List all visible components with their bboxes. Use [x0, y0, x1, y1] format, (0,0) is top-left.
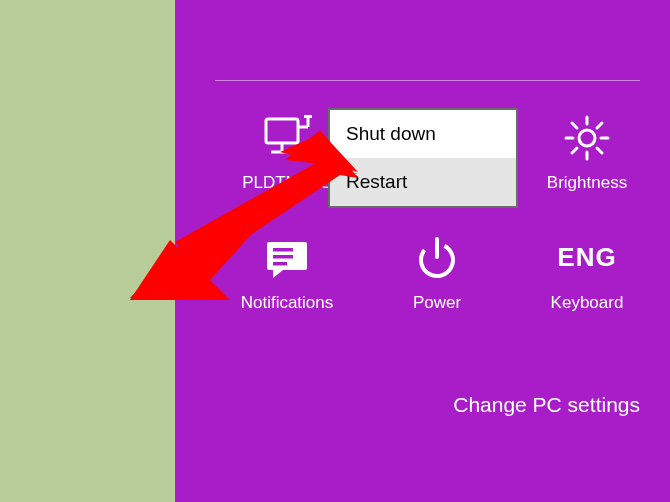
settings-tiles-row-2: Notifications Power ENG Keyboard — [227, 230, 647, 313]
svg-line-11 — [572, 123, 577, 128]
svg-line-12 — [597, 148, 602, 153]
svg-line-13 — [572, 148, 577, 153]
brightness-icon — [562, 110, 612, 165]
svg-rect-16 — [273, 248, 293, 252]
network-label: PLDTMyDS — [242, 173, 332, 193]
notifications-tile[interactable]: Notifications — [227, 230, 347, 313]
restart-menu-item[interactable]: Restart — [330, 158, 516, 206]
svg-point-6 — [579, 130, 595, 146]
svg-marker-19 — [273, 270, 283, 278]
notifications-label: Notifications — [241, 293, 334, 313]
brightness-tile[interactable]: Brightness — [527, 110, 647, 193]
shutdown-menu-item[interactable]: Shut down — [330, 110, 516, 158]
power-icon — [414, 230, 460, 285]
keyboard-tile[interactable]: ENG Keyboard — [527, 230, 647, 313]
change-pc-settings-link[interactable]: Change PC settings — [453, 393, 640, 417]
svg-rect-18 — [273, 262, 287, 266]
power-label: Power — [413, 293, 461, 313]
power-popup-menu: Shut down Restart — [328, 108, 518, 208]
svg-rect-5 — [304, 115, 312, 118]
keyboard-label: Keyboard — [551, 293, 624, 313]
network-icon — [261, 110, 313, 165]
svg-line-14 — [597, 123, 602, 128]
notifications-icon — [263, 230, 311, 285]
svg-rect-0 — [266, 119, 298, 143]
brightness-label: Brightness — [547, 173, 627, 193]
power-tile[interactable]: Power — [377, 230, 497, 313]
keyboard-lang-text: ENG — [557, 242, 616, 273]
svg-rect-17 — [273, 255, 293, 259]
keyboard-lang-icon: ENG — [557, 230, 616, 285]
charms-settings-panel: PLDTMyDS — [175, 0, 670, 502]
divider — [215, 80, 640, 81]
